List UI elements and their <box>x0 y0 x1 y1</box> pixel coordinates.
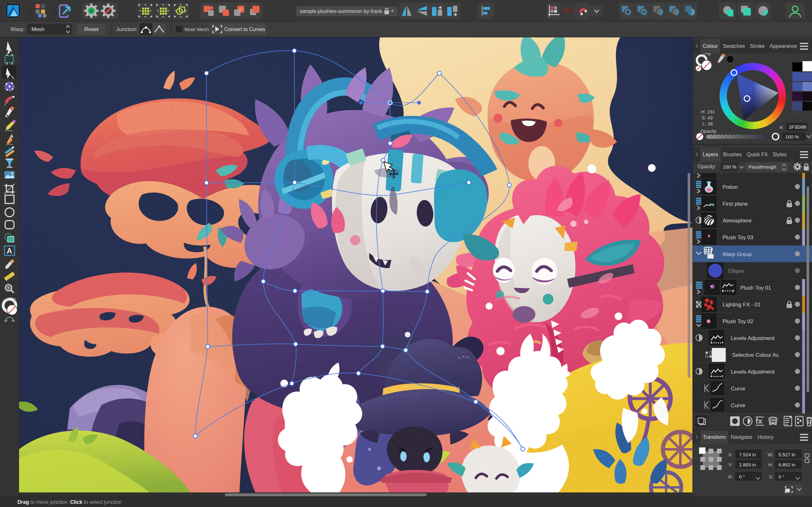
svg-text:Mesh: Mesh <box>32 26 45 32</box>
svg-text:Potion: Potion <box>722 184 738 190</box>
svg-text:A: A <box>7 246 12 255</box>
svg-text:fx: fx <box>756 417 763 425</box>
svg-text:Curve: Curve <box>731 402 745 408</box>
svg-text:Levels Adjustment: Levels Adjustment <box>731 369 774 375</box>
svg-text:H: 231: H: 231 <box>701 109 715 114</box>
svg-text:Reset: Reset <box>84 26 99 32</box>
svg-text:S:: S: <box>769 474 773 480</box>
svg-text:S: 49: S: 49 <box>702 115 713 120</box>
svg-text:Curve: Curve <box>731 386 745 392</box>
svg-text:Warp:: Warp: <box>10 26 25 32</box>
svg-text:H:: H: <box>768 462 773 467</box>
svg-text:First plane: First plane <box>722 201 748 207</box>
svg-text:2F3D8B: 2F3D8B <box>789 124 806 130</box>
svg-text:2.803 in: 2.803 in <box>739 462 756 467</box>
svg-text:*: * <box>391 8 394 16</box>
svg-text:Ellipse: Ellipse <box>728 268 744 274</box>
svg-text:R:: R: <box>728 474 733 480</box>
svg-text:0 °: 0 ° <box>778 474 784 480</box>
svg-text:0 °: 0 ° <box>739 474 745 480</box>
svg-text:Warp Group: Warp Group <box>722 251 752 257</box>
svg-text:Selective Colour Ac: Selective Colour Ac <box>732 352 779 358</box>
svg-text:Junction:: Junction: <box>116 26 138 32</box>
svg-text:Plush Toy 03: Plush Toy 03 <box>722 234 753 240</box>
svg-text:W:: W: <box>768 452 773 457</box>
svg-text:7.524 in: 7.524 in <box>739 452 756 457</box>
svg-text:L: 36: L: 36 <box>702 121 713 126</box>
svg-text:Y:: Y: <box>728 462 732 467</box>
svg-text:Lighting FX - 01: Lighting FX - 01 <box>722 302 761 308</box>
svg-text:Plush Toy 02: Plush Toy 02 <box>722 319 753 325</box>
svg-text:6.852 in: 6.852 in <box>778 462 795 467</box>
svg-text:100 %: 100 % <box>785 134 799 139</box>
svg-text:#:: #: <box>780 124 784 130</box>
svg-text:X:: X: <box>728 452 733 457</box>
svg-text:sample-plushies-summoner-by-fr: sample-plushies-summoner-by-frank… <box>300 9 387 14</box>
svg-text:Atmosphere: Atmosphere <box>722 218 752 224</box>
svg-text:Plush Toy 01: Plush Toy 01 <box>740 285 771 291</box>
svg-text:5.527 in: 5.527 in <box>778 452 795 457</box>
svg-text:Convert to Curves: Convert to Curves <box>224 26 265 32</box>
svg-text:Levels Adjustment: Levels Adjustment <box>731 335 774 341</box>
svg-text:Mute Mesh: Mute Mesh <box>185 26 209 32</box>
